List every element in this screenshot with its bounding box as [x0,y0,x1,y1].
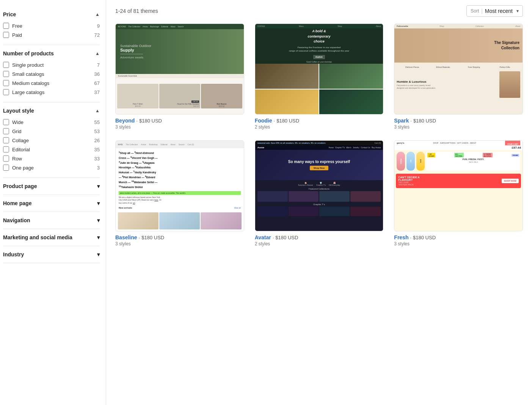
collage-checkbox[interactable] [3,137,9,143]
spark-styles: 3 styles [394,124,523,130]
fresh-name[interactable]: Fresh [394,234,408,240]
baseline-price: $180 USD [141,235,164,240]
theme-preview-beyond[interactable]: BEYOND The Collection Artists Backstage … [115,24,244,115]
theme-preview-fresh[interactable]: gerry's SHOP SUBSCRIPTIONS GIFT CARDS AB… [394,140,523,231]
collage-label[interactable]: Collage [12,138,29,143]
filter-item-collage: Collage 26 [3,136,100,145]
small-catalogs-checkbox[interactable] [3,71,9,77]
sort-dropdown[interactable]: Sort | Most recent ▾ [466,5,523,17]
sort-separator: | [481,8,483,14]
foodie-info: Foodie · $180 USD 2 styles [255,118,384,130]
layout-style-chevron-up-icon: ▲ [95,108,100,113]
product-page-filter-toggle[interactable]: Product page ▾ [3,183,100,189]
filter-item-single-product: Single product 7 [3,60,100,69]
large-catalogs-checkbox[interactable] [3,89,9,95]
home-page-filter-toggle[interactable]: Home page ▾ [3,200,100,206]
avatar-separator: · [273,235,274,240]
beyond-nav-item4: Editorial [161,25,168,28]
paid-checkbox[interactable] [3,32,9,38]
main-header: 1-24 of 81 themes Sort | Most recent ▾ [115,0,523,24]
single-product-checkbox[interactable] [3,62,9,68]
beyond-separator: · [136,118,138,124]
layout-style-filter-toggle[interactable]: Layout style ▲ [3,108,100,114]
medium-catalogs-checkbox[interactable] [3,80,9,86]
foodie-separator: · [274,118,275,124]
marketing-filter-toggle[interactable]: Marketing and social media ▾ [3,234,100,240]
marketing-filter-section: Marketing and social media ▾ [3,229,100,246]
product-page-label: Product page [3,183,37,189]
navigation-filter-section: Navigation ▾ [3,212,100,229]
free-label[interactable]: Free [12,23,22,29]
filter-item-small-catalogs: Small catalogs 36 [3,69,100,78]
theme-card-baseline: MAIN The Collection Artists Bookshop Edi… [115,140,244,246]
one-page-checkbox[interactable] [3,165,9,171]
main-content: 1-24 of 81 themes Sort | Most recent ▾ B… [106,0,532,405]
editorial-label[interactable]: Editorial [12,147,30,152]
wide-label[interactable]: Wide [12,119,24,125]
theme-preview-spark[interactable]: Falconette Shop Collection About The Sig… [394,24,523,115]
spark-name[interactable]: Spark [394,118,409,124]
wide-checkbox[interactable] [3,119,9,125]
row-checkbox[interactable] [3,155,9,162]
single-product-label[interactable]: Single product [12,62,44,68]
wide-count: 55 [94,119,100,125]
collage-count: 26 [94,138,100,143]
avatar-info: Avatar · $180 USD 2 styles [255,234,384,246]
editorial-count: 35 [94,147,100,152]
price-chevron-up-icon: ▲ [95,12,100,17]
theme-preview-avatar[interactable]: seasonal sale: Save 15% on all sneakers.… [255,140,384,231]
price-filter-toggle[interactable]: Price ▲ [3,11,100,17]
number-of-products-filter-section: Number of products ▲ Single product 7 Sm… [3,45,100,102]
spark-separator: · [410,118,412,124]
grid-count: 53 [94,129,100,134]
beyond-price: $180 USD [139,118,162,124]
beyond-nav-text: BEYOND [118,25,126,28]
theme-preview-baseline[interactable]: MAIN The Collection Artists Bookshop Edi… [115,140,244,231]
price-filter-items: Free 9 Paid 72 [3,21,100,39]
beyond-nav-item3: Backstage [150,25,159,28]
row-label[interactable]: Row [12,156,22,162]
one-page-count: 3 [97,165,100,171]
beyond-name[interactable]: Beyond [115,118,135,124]
price-filter-label: Price [3,11,16,17]
theme-card-beyond: BEYOND The Collection Artists Backstage … [115,24,244,130]
baseline-styles: 3 styles [115,241,244,246]
small-catalogs-label[interactable]: Small catalogs [12,71,44,77]
fresh-styles: 3 styles [394,241,523,246]
theme-card-avatar: seasonal sale: Save 15% on all sneakers.… [255,140,384,246]
results-count: 1-24 of 81 themes [115,8,158,14]
filter-item-free: Free 9 [3,21,100,30]
paid-label[interactable]: Paid [12,32,22,38]
navigation-filter-toggle[interactable]: Navigation ▾ [3,217,100,223]
one-page-label[interactable]: One page [12,165,34,171]
large-catalogs-label[interactable]: Large catalogs [12,89,44,95]
sort-label: Sort [471,8,479,14]
avatar-name[interactable]: Avatar [255,234,271,240]
grid-checkbox[interactable] [3,128,9,134]
foodie-name[interactable]: Foodie [255,118,272,124]
baseline-info: Baseline · $180 USD 3 styles [115,234,244,246]
free-checkbox[interactable] [3,23,9,29]
theme-preview-foodie[interactable]: COFFEE Menu Shop About A bold & contempo… [255,24,384,115]
industry-chevron-down-icon: ▾ [97,251,100,257]
number-of-products-filter-toggle[interactable]: Number of products ▲ [3,50,100,57]
industry-filter-toggle[interactable]: Industry ▾ [3,251,100,257]
product-page-filter-section: Product page ▾ [3,178,100,195]
marketing-chevron-down-icon: ▾ [97,234,100,240]
number-of-products-label: Number of products [3,50,54,57]
editorial-checkbox[interactable] [3,146,9,152]
spark-price: $180 USD [413,118,436,124]
industry-label: Industry [3,251,24,257]
baseline-name[interactable]: Baseline [115,234,137,240]
baseline-separator: · [139,235,140,240]
filter-item-large-catalogs: Large catalogs 37 [3,88,100,97]
layout-style-items: Wide 55 Grid 53 Collage 26 [3,118,100,172]
filter-item-row: Row 33 [3,154,100,163]
themes-grid: BEYOND The Collection Artists Backstage … [115,24,523,246]
beyond-nav-item1: The Collection [128,25,140,28]
medium-catalogs-label[interactable]: Medium catalogs [12,80,49,86]
small-catalogs-count: 36 [94,71,100,77]
home-page-chevron-down-icon: ▾ [97,200,100,206]
grid-label[interactable]: Grid [12,129,22,134]
layout-style-filter-section: Layout style ▲ Wide 55 Grid 53 [3,102,100,178]
